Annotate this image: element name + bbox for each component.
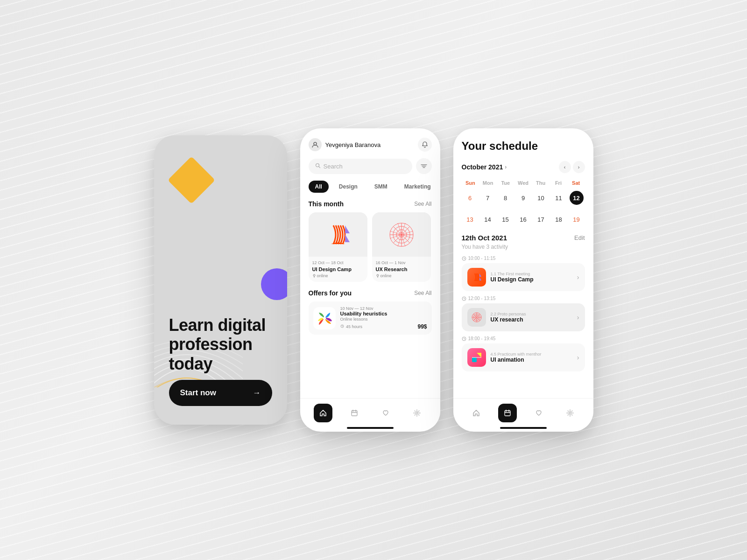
cal-date-17[interactable]: 17 bbox=[534, 212, 548, 226]
tab-all[interactable]: All bbox=[309, 181, 329, 193]
svg-line-38 bbox=[464, 299, 465, 299]
nav-favorites[interactable] bbox=[376, 404, 395, 422]
day-wed: Wed bbox=[514, 179, 532, 187]
home-indicator-3 bbox=[500, 427, 547, 429]
nav-calendar-3[interactable] bbox=[498, 404, 517, 422]
nav-home-3[interactable] bbox=[467, 404, 486, 422]
offers-see-all[interactable]: See All bbox=[414, 290, 431, 296]
schedule-title: Your schedule bbox=[462, 140, 585, 153]
card-image-ui-design bbox=[309, 212, 367, 257]
svg-point-56 bbox=[569, 412, 571, 414]
cal-date-12[interactable]: 12 bbox=[570, 191, 584, 205]
notification-bell[interactable] bbox=[418, 138, 432, 152]
activity-name-1: UI Design Camp bbox=[491, 276, 572, 283]
time-label-3: 18:00 - 19:45 bbox=[462, 336, 585, 341]
time-slot-3: 18:00 - 19:45 4.5 Practicum with menthor bbox=[462, 336, 585, 371]
app-header: Yevgeniya Baranova bbox=[309, 138, 432, 152]
svg-rect-26 bbox=[352, 411, 357, 416]
calendar-week1: 6 7 8 9 10 11 12 bbox=[462, 191, 585, 205]
cal-date-18[interactable]: 18 bbox=[552, 212, 566, 226]
activity-card-1[interactable]: 1.1 The First meeting UI Design Camp › bbox=[462, 263, 585, 291]
activity-arrow-3: › bbox=[577, 354, 579, 361]
svg-marker-50 bbox=[477, 353, 481, 357]
cal-date-14[interactable]: 14 bbox=[481, 212, 495, 226]
user-avatar-icon bbox=[309, 138, 322, 151]
svg-point-21 bbox=[377, 274, 379, 276]
day-sat: Sat bbox=[567, 179, 585, 187]
calendar-week2: 13 14 15 16 17 18 19 bbox=[462, 212, 585, 226]
tab-smm[interactable]: SMM bbox=[368, 181, 394, 193]
activity-img-1 bbox=[467, 268, 486, 287]
offer-meta: 45 hours 99$ bbox=[340, 323, 427, 330]
cal-date-10[interactable]: 10 bbox=[534, 191, 548, 205]
card-location-2: online bbox=[376, 273, 427, 278]
activity-info-3: 4.5 Practicum with menthor UI animation bbox=[491, 352, 572, 363]
svg-line-33 bbox=[464, 259, 465, 259]
calendar-day-names: Sun Mon Tue Wed Thu Fri Sat bbox=[462, 179, 585, 187]
diamond-shape bbox=[168, 156, 215, 204]
svg-line-2 bbox=[318, 166, 320, 168]
activity-lesson-1: 1.1 The First meeting bbox=[491, 272, 572, 276]
arrow-icon: → bbox=[253, 388, 261, 398]
cal-date-9[interactable]: 9 bbox=[516, 191, 530, 205]
day-sun: Sun bbox=[462, 179, 479, 187]
card-title-2: UX Research bbox=[376, 266, 427, 272]
offer-card-usability[interactable]: 10 Nov — 12 Nov Usability heuristics Onl… bbox=[309, 301, 432, 335]
schedule-edit-button[interactable]: Edit bbox=[574, 234, 585, 241]
cal-date-11[interactable]: 11 bbox=[552, 191, 566, 205]
activity-card-3[interactable]: 4.5 Practicum with menthor UI animation … bbox=[462, 343, 585, 371]
nav-home[interactable] bbox=[314, 404, 332, 422]
search-bar[interactable]: Search bbox=[309, 159, 412, 174]
svg-marker-7 bbox=[345, 234, 350, 242]
day-mon: Mon bbox=[479, 179, 497, 187]
tab-design[interactable]: Design bbox=[332, 181, 364, 193]
activity-info-2: 2.2 Proto personas UX research bbox=[491, 312, 572, 323]
start-button-label: Start now bbox=[180, 388, 216, 398]
day-fri: Fri bbox=[550, 179, 567, 187]
filter-button[interactable] bbox=[416, 158, 432, 174]
purple-circle bbox=[261, 268, 287, 300]
nav-calendar[interactable] bbox=[345, 404, 364, 422]
svg-point-0 bbox=[314, 142, 317, 145]
cal-next-button[interactable]: › bbox=[573, 161, 585, 173]
svg-line-25 bbox=[342, 326, 343, 327]
offer-subtitle: Online lessons bbox=[340, 317, 427, 322]
activity-card-2[interactable]: 2.2 Proto personas UX research › bbox=[462, 303, 585, 331]
onboarding-headline: Learn digital profession today bbox=[169, 315, 272, 373]
cal-prev-button[interactable]: ‹ bbox=[559, 161, 571, 173]
cal-date-16[interactable]: 16 bbox=[516, 212, 530, 226]
cal-date-15[interactable]: 15 bbox=[499, 212, 513, 226]
nav-favorites-3[interactable] bbox=[529, 404, 548, 422]
nav-settings[interactable] bbox=[408, 404, 426, 422]
this-month-see-all[interactable]: See All bbox=[414, 201, 431, 207]
svg-marker-34 bbox=[479, 273, 481, 277]
activity-arrow-1: › bbox=[577, 273, 579, 281]
phone-onboarding: Learn digital profession today Start now… bbox=[154, 135, 287, 425]
this-month-title: This month bbox=[309, 200, 344, 208]
time-slot-2: 12:00 - 13:15 bbox=[462, 296, 585, 331]
nav-settings-3[interactable] bbox=[561, 404, 579, 422]
course-cards-row: 12 Oct — 18 Oct UI Design Camp online bbox=[309, 212, 432, 282]
time-label-2: 12:00 - 13:15 bbox=[462, 296, 585, 301]
offers-header: Offers for you See All bbox=[309, 289, 432, 297]
cal-date-19[interactable]: 19 bbox=[570, 212, 584, 226]
card-title-1: UI Design Camp bbox=[312, 266, 364, 272]
phone-main: Yevgeniya Baranova bbox=[300, 128, 440, 432]
tab-marketing[interactable]: Marketing bbox=[398, 181, 437, 193]
activity-img-3 bbox=[467, 348, 486, 367]
phones-container: Learn digital profession today Start now… bbox=[154, 128, 593, 432]
cal-date-8[interactable]: 8 bbox=[499, 191, 513, 205]
calendar-header: October 2021 › ‹ › bbox=[462, 161, 585, 173]
cal-date-13[interactable]: 13 bbox=[463, 212, 477, 226]
cal-date-6[interactable]: 6 bbox=[463, 191, 477, 205]
activity-arrow-2: › bbox=[577, 314, 579, 321]
course-card-ui-design[interactable]: 12 Oct — 18 Oct UI Design Camp online bbox=[309, 212, 367, 282]
start-button[interactable]: Start now → bbox=[169, 380, 272, 406]
svg-marker-6 bbox=[345, 225, 350, 233]
svg-rect-49 bbox=[472, 357, 477, 362]
course-card-ux-research[interactable]: 16 Oct — 1 Nov UX Research online bbox=[372, 212, 431, 282]
schedule-date-header: 12th Oct 2021 Edit bbox=[462, 234, 585, 242]
time-slot-1: 10:00 - 11:15 1.1 The bbox=[462, 256, 585, 291]
cal-date-7[interactable]: 7 bbox=[481, 191, 495, 205]
activity-name-3: UI animation bbox=[491, 357, 572, 363]
